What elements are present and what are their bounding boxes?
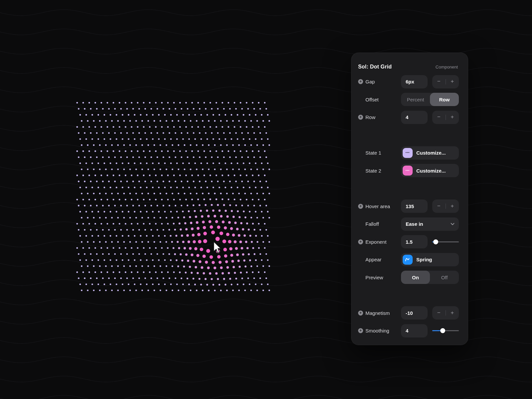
row-spacer — [358, 286, 458, 304]
smoothing-input[interactable]: 4 — [401, 324, 428, 337]
minus-button[interactable]: − — [432, 310, 446, 316]
panel-title: Sol: Dot Grid — [358, 64, 392, 70]
row-gap: + Gap 6px − + — [358, 73, 458, 91]
row-input[interactable]: 4 — [401, 111, 428, 124]
row-state2: State 2 ••• Customize... — [358, 162, 458, 180]
circle-plus-icon[interactable]: + — [358, 79, 363, 84]
appear-label: Appear — [365, 257, 381, 262]
exponent-input[interactable]: 1.5 — [401, 235, 428, 248]
spring-curve-icon — [403, 255, 413, 265]
row-label: Row — [365, 114, 375, 120]
gap-label: Gap — [365, 79, 375, 84]
hover-area-input[interactable]: 135 — [401, 200, 428, 213]
hover-area-stepper: − + — [432, 200, 459, 213]
component-badge: Component — [436, 65, 458, 69]
circle-plus-icon[interactable]: + — [358, 115, 363, 120]
ellipsis-icon: ••• — [406, 151, 410, 154]
magnetism-stepper: − + — [432, 306, 459, 320]
plus-button[interactable]: + — [446, 114, 459, 120]
preview-option-on[interactable]: On — [401, 271, 430, 284]
state1-customize-label: Customize... — [416, 150, 446, 156]
magnetism-label: Magnetism — [365, 310, 390, 316]
preview-segmented-control: On Off — [401, 271, 459, 284]
hover-area-label: Hover area — [365, 203, 390, 209]
preview-label: Preview — [365, 275, 383, 280]
state2-customize-label: Customize... — [416, 168, 446, 174]
row-smoothing: + Smoothing 4 — [358, 322, 458, 340]
preview-option-off[interactable]: Off — [430, 271, 459, 284]
minus-button[interactable]: − — [432, 114, 446, 120]
falloff-dropdown[interactable]: Ease in — [401, 217, 459, 231]
row-magnetism: + Magnetism -10 − + — [358, 304, 458, 322]
panel-header: Sol: Dot Grid Component — [351, 53, 468, 73]
exponent-slider[interactable] — [432, 239, 459, 244]
ellipsis-icon: ••• — [406, 169, 410, 172]
row-stepper: − + — [432, 111, 459, 124]
plus-button[interactable]: + — [446, 78, 459, 85]
chevron-down-icon — [451, 223, 455, 225]
offset-label: Offset — [365, 97, 379, 102]
exponent-label: Exponent — [365, 239, 386, 245]
row-appear: Appear Spring — [358, 251, 458, 269]
gap-stepper: − + — [432, 75, 459, 88]
row-row: + Row 4 − + — [358, 108, 458, 126]
row-preview: Preview On Off — [358, 269, 458, 287]
smoothing-label: Smoothing — [365, 328, 389, 333]
offset-segmented-control: Percent Row — [401, 93, 459, 106]
slider-handle[interactable] — [433, 239, 438, 244]
state2-label: State 2 — [365, 168, 381, 174]
slider-handle[interactable] — [440, 328, 445, 333]
panel-rows: + Gap 6px − + Offset Percent Row — [351, 73, 468, 340]
state1-label: State 1 — [365, 150, 381, 156]
circle-plus-icon[interactable]: + — [358, 311, 363, 316]
appear-transition-button[interactable]: Spring — [401, 253, 459, 266]
row-hover-area: + Hover area 135 − + — [358, 198, 458, 215]
circle-plus-icon[interactable]: + — [358, 204, 363, 209]
minus-button[interactable]: − — [432, 203, 446, 209]
plus-button[interactable]: + — [446, 310, 459, 316]
offset-option-percent[interactable]: Percent — [401, 93, 430, 106]
row-spacer — [358, 180, 458, 198]
state2-customize-button[interactable]: ••• Customize... — [401, 164, 459, 177]
gap-input[interactable]: 6px — [401, 75, 428, 88]
appear-value: Spring — [416, 257, 432, 262]
plus-button[interactable]: + — [446, 203, 459, 209]
smoothing-slider[interactable] — [432, 328, 459, 333]
row-spacer — [358, 126, 458, 144]
circle-plus-icon[interactable]: + — [358, 328, 363, 333]
properties-panel: Sol: Dot Grid Component + Gap 6px − + Of… — [351, 53, 468, 345]
state2-swatch-icon: ••• — [403, 166, 413, 176]
row-exponent: + Exponent 1.5 — [358, 233, 458, 251]
falloff-value: Ease in — [406, 221, 423, 227]
row-state1: State 1 ••• Customize... — [358, 144, 458, 162]
row-offset: Offset Percent Row — [358, 91, 458, 109]
circle-plus-icon[interactable]: + — [358, 239, 363, 244]
state1-swatch-icon: ••• — [403, 148, 413, 158]
offset-option-row[interactable]: Row — [430, 93, 459, 106]
minus-button[interactable]: − — [432, 78, 446, 85]
state1-customize-button[interactable]: ••• Customize... — [401, 146, 459, 160]
falloff-label: Falloff — [365, 221, 379, 227]
row-falloff: Falloff Ease in — [358, 215, 458, 233]
magnetism-input[interactable]: -10 — [401, 306, 428, 320]
